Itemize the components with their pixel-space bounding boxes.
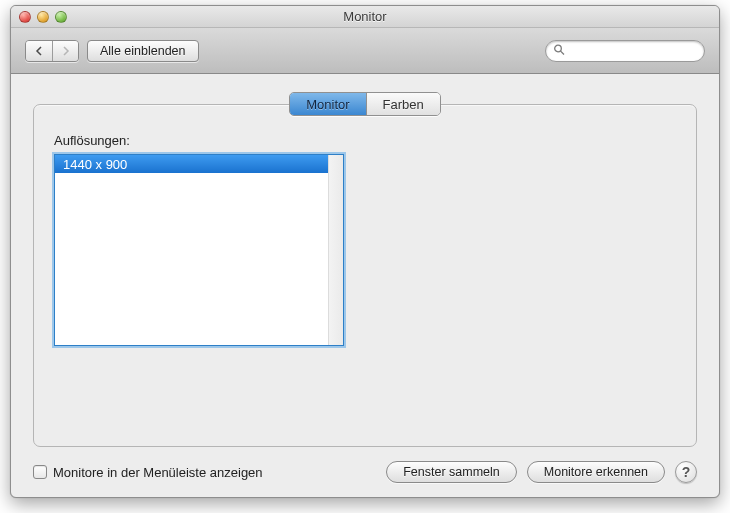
tab-colors[interactable]: Farben <box>366 93 440 115</box>
chevron-left-icon <box>34 46 44 56</box>
nav-segmented <box>25 40 79 62</box>
checkbox-box <box>33 465 47 479</box>
show-all-button[interactable]: Alle einblenden <box>87 40 199 62</box>
help-button[interactable]: ? <box>675 461 697 483</box>
resolutions-listbox[interactable]: 1440 x 900 <box>54 154 344 346</box>
checkbox-label: Monitore in der Menüleiste anzeigen <box>53 465 263 480</box>
list-item[interactable]: 1440 x 900 <box>55 155 328 173</box>
scrollbar[interactable] <box>328 155 343 345</box>
toolbar: Alle einblenden <box>11 28 719 74</box>
window-title: Monitor <box>11 9 719 24</box>
show-in-menubar-checkbox[interactable]: Monitore in der Menüleiste anzeigen <box>33 465 263 480</box>
resolutions-label: Auflösungen: <box>54 133 676 148</box>
tab-monitor[interactable]: Monitor <box>290 93 365 115</box>
gather-windows-button[interactable]: Fenster sammeln <box>386 461 517 483</box>
back-button[interactable] <box>26 41 52 61</box>
search-input[interactable] <box>545 40 705 62</box>
settings-panel: Auflösungen: 1440 x 900 <box>33 104 697 447</box>
panel-tabs: Monitor Farben <box>289 92 441 116</box>
chevron-right-icon <box>61 46 71 56</box>
forward-button[interactable] <box>52 41 78 61</box>
detect-displays-button[interactable]: Monitore erkennen <box>527 461 665 483</box>
titlebar: Monitor <box>11 6 719 28</box>
